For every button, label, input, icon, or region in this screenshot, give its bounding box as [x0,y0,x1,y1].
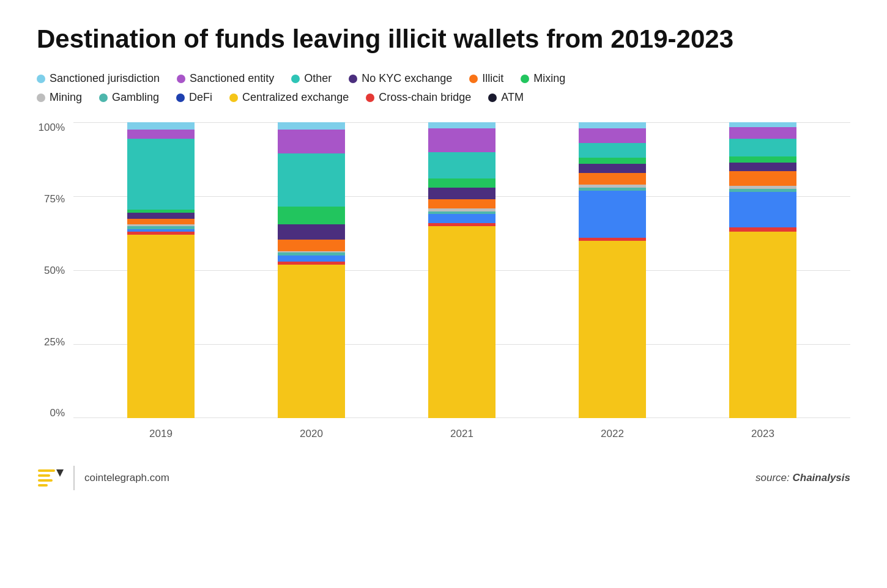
legend-label-other: Other [304,72,332,85]
legend-label-mixing: Mixing [533,72,565,85]
x-label-2023: 2023 [729,428,796,440]
y-axis: 100% 75% 50% 25% 0% [37,122,73,440]
segment-2021-centralized_exchange [428,226,495,419]
segment-2019-no_kyc_exchange [127,213,195,219]
legend-item-other: Other [291,72,332,85]
svg-rect-3 [38,484,48,487]
bars-row [73,122,850,418]
legend-item-mining: Mining [37,91,82,104]
footer-source: source: Chainalysis [755,472,850,484]
stacked-bar-2023 [729,122,796,418]
legend-label-defi: DeFi [189,91,212,104]
legend-label-gambling: Gambling [112,91,159,104]
chart-legend: Sanctioned jurisdiction Sanctioned entit… [37,72,850,104]
legend-item-mixing: Mixing [521,72,565,85]
legend-label-no-kyc-exchange: No KYC exchange [362,72,452,85]
x-labels: 20192020202120222023 [73,418,850,440]
segment-2020-no_kyc_exchange [278,224,345,239]
x-label-2021: 2021 [428,428,495,440]
segment-2020-sanctioned_entity [278,130,345,153]
y-label-0: 0% [50,408,65,418]
stacked-bar-2020 [278,122,345,418]
legend-item-gambling: Gambling [99,91,159,104]
svg-rect-0 [38,469,55,472]
legend-label-sanctioned-jurisdiction: Sanctioned jurisdiction [50,72,160,85]
legend-item-cross-chain-bridge: Cross-chain bridge [366,91,471,104]
legend-row-1: Sanctioned jurisdiction Sanctioned entit… [37,72,850,85]
segment-2022-defi [579,191,646,238]
segment-2019-other [127,139,195,210]
stacked-bar-2022 [579,122,646,418]
segment-2019-illicit [127,219,195,225]
segment-2020-centralized_exchange [278,265,345,419]
footer-site: cointelegraph.com [84,472,169,484]
legend-item-defi: DeFi [176,91,212,104]
segment-2020-sanctioned_jurisdiction [278,122,345,130]
segment-2022-sanctioned_jurisdiction [579,122,646,128]
legend-dot-sanctioned-jurisdiction [37,75,45,83]
bar-group-2021 [428,122,495,418]
legend-dot-no-kyc-exchange [349,75,357,83]
segment-2023-other [729,139,796,156]
y-label-25: 25% [44,337,65,347]
legend-dot-cross-chain-bridge [366,94,374,102]
segment-2019-sanctioned_entity [127,130,195,139]
segment-2023-centralized_exchange [729,232,796,418]
legend-dot-sanctioned-entity [177,75,185,83]
legend-item-no-kyc-exchange: No KYC exchange [349,72,452,85]
legend-item-atm: ATM [488,91,524,104]
source-label: source: [755,472,792,483]
legend-item-illicit: Illicit [469,72,503,85]
chart-area: 100% 75% 50% 25% 0% 20192020202120222023 [37,122,850,440]
legend-row-2: Mining Gambling DeFi Centralized exchang… [37,91,850,104]
segment-2022-mixing [579,158,646,164]
footer-divider [73,466,75,490]
segment-2023-sanctioned_jurisdiction [729,122,796,127]
bars-and-grid: 20192020202120222023 [73,122,850,440]
legend-label-cross-chain-bridge: Cross-chain bridge [379,91,471,104]
segment-2021-illicit [428,199,495,208]
segment-2020-other [278,153,345,207]
legend-dot-defi [176,94,185,102]
segment-2022-centralized_exchange [579,241,646,418]
bar-group-2023 [729,122,796,418]
segment-2019-centralized_exchange [127,235,195,418]
segment-2020-mixing [278,207,345,224]
segment-2023-no_kyc_exchange [729,163,796,172]
legend-dot-other [291,75,300,83]
legend-dot-gambling [99,94,108,102]
x-label-2020: 2020 [278,428,345,440]
segment-2023-mixing [729,156,796,163]
y-label-75: 75% [44,194,65,204]
legend-label-sanctioned-entity: Sanctioned entity [190,72,274,85]
x-label-2022: 2022 [579,428,646,440]
stacked-bar-2021 [428,122,495,418]
segment-2023-sanctioned_entity [729,127,796,139]
segment-2021-no_kyc_exchange [428,188,495,199]
legend-dot-illicit [469,75,478,83]
segment-2019-sanctioned_jurisdiction [127,122,195,130]
segment-2021-sanctioned_entity [428,128,495,152]
legend-label-atm: ATM [501,91,524,104]
bar-group-2019 [127,122,195,418]
legend-item-sanctioned-jurisdiction: Sanctioned jurisdiction [37,72,160,85]
legend-dot-atm [488,94,497,102]
source-brand: Chainalysis [793,472,851,483]
cointelegraph-logo-icon [37,465,64,491]
segment-2021-sanctioned_jurisdiction [428,122,495,128]
y-label-50: 50% [44,265,65,276]
segment-2020-illicit [278,240,345,251]
stacked-bar-2019 [127,122,195,418]
legend-item-sanctioned-entity: Sanctioned entity [177,72,274,85]
bar-group-2020 [278,122,345,418]
segment-2021-mixing [428,178,495,188]
legend-dot-mining [37,94,45,102]
segment-2020-defi [278,255,345,262]
segment-2021-defi [428,214,495,223]
svg-rect-2 [38,479,53,482]
segment-2023-defi [729,192,796,227]
legend-dot-centralized-exchange [229,94,238,102]
svg-rect-1 [38,474,50,477]
segment-2022-no_kyc_exchange [579,164,646,173]
y-label-100: 100% [39,122,65,133]
